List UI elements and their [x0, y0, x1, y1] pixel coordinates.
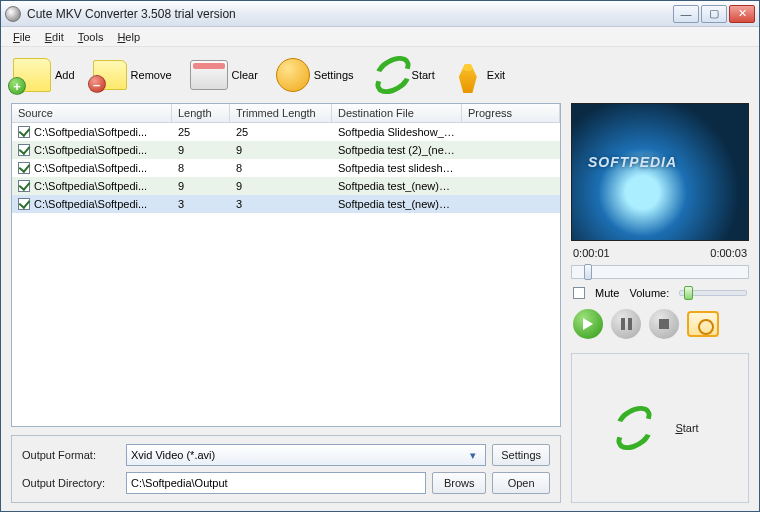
plus-icon: + [8, 77, 26, 95]
mute-label: Mute [595, 287, 619, 299]
col-trimmed[interactable]: Trimmed Length [230, 104, 332, 122]
volume-label: Volume: [629, 287, 669, 299]
cell-source: C:\Softpedia\Softpedi... [34, 144, 147, 156]
cell-trimmed: 3 [230, 197, 332, 211]
pause-icon [621, 318, 632, 330]
format-value: Xvid Video (*.avi) [131, 449, 215, 461]
play-button[interactable] [573, 309, 603, 339]
cell-dest: Softpedia Slideshow_(n... [332, 125, 462, 139]
chevron-down-icon: ▾ [465, 447, 481, 463]
add-label: Add [55, 69, 75, 81]
format-combo[interactable]: Xvid Video (*.avi) ▾ [126, 444, 486, 466]
volume-thumb[interactable] [684, 286, 693, 300]
cell-trimmed: 25 [230, 125, 332, 139]
stop-button[interactable] [649, 309, 679, 339]
cell-dest: Softpedia test_(new)_ip... [332, 197, 462, 211]
cell-length: 8 [172, 161, 230, 175]
pause-button[interactable] [611, 309, 641, 339]
refresh-icon [613, 408, 657, 448]
toolbar: + Add – Remove Clear Settings Start Exit [1, 47, 759, 103]
close-button[interactable]: ✕ [729, 5, 755, 23]
col-length[interactable]: Length [172, 104, 230, 122]
cell-trimmed: 9 [230, 143, 332, 157]
video-preview[interactable]: SOFTPEDIA [571, 103, 749, 241]
maximize-button[interactable]: ▢ [701, 5, 727, 23]
exit-label: Exit [487, 69, 505, 81]
seek-slider[interactable] [571, 265, 749, 279]
cell-length: 9 [172, 179, 230, 193]
menu-edit[interactable]: Edit [39, 29, 70, 45]
minimize-button[interactable]: — [673, 5, 699, 23]
open-button[interactable]: Open [492, 472, 550, 494]
col-dest[interactable]: Destination File [332, 104, 462, 122]
settings-button[interactable]: Settings [276, 58, 354, 92]
refresh-icon [372, 58, 408, 92]
col-progress[interactable]: Progress [462, 104, 560, 122]
menu-file[interactable]: File [7, 29, 37, 45]
cell-source: C:\Softpedia\Softpedi... [34, 180, 147, 192]
stop-icon [659, 319, 669, 329]
start-panel: Start [571, 353, 749, 503]
remove-label: Remove [131, 69, 172, 81]
app-window: Cute MKV Converter 3.508 trial version —… [0, 0, 760, 512]
cell-length: 3 [172, 197, 230, 211]
settings-label: Settings [314, 69, 354, 81]
output-settings-button[interactable]: Settings [492, 444, 550, 466]
mute-checkbox[interactable] [573, 287, 585, 299]
table-row[interactable]: C:\Softpedia\Softpedi...33Softpedia test… [12, 195, 560, 213]
snapshot-button[interactable] [687, 311, 719, 337]
volume-slider[interactable] [679, 290, 747, 296]
menu-help[interactable]: Help [111, 29, 146, 45]
file-list[interactable]: Source Length Trimmed Length Destination… [11, 103, 561, 427]
titlebar[interactable]: Cute MKV Converter 3.508 trial version —… [1, 1, 759, 27]
note-icon: – [93, 60, 127, 90]
cell-source: C:\Softpedia\Softpedi... [34, 198, 147, 210]
exit-icon [453, 57, 483, 93]
time-total: 0:00:03 [710, 247, 747, 259]
minus-icon: – [88, 75, 106, 93]
add-button[interactable]: + Add [13, 58, 75, 92]
app-icon [5, 6, 21, 22]
menubar: File Edit Tools Help [1, 27, 759, 47]
row-checkbox[interactable] [18, 126, 30, 138]
cell-trimmed: 9 [230, 179, 332, 193]
remove-button[interactable]: – Remove [93, 60, 172, 90]
clear-icon [190, 60, 228, 90]
list-header: Source Length Trimmed Length Destination… [12, 104, 560, 123]
row-checkbox[interactable] [18, 162, 30, 174]
row-checkbox[interactable] [18, 198, 30, 210]
table-row[interactable]: C:\Softpedia\Softpedi...99Softpedia test… [12, 177, 560, 195]
clear-label: Clear [232, 69, 258, 81]
start-label: Start [412, 69, 435, 81]
table-row[interactable]: C:\Softpedia\Softpedi...2525Softpedia Sl… [12, 123, 560, 141]
note-icon: + [13, 58, 51, 92]
cell-source: C:\Softpedia\Softpedi... [34, 126, 147, 138]
cell-source: C:\Softpedia\Softpedi... [34, 162, 147, 174]
cell-dest: Softpedia test slidesho... [332, 161, 462, 175]
cell-length: 25 [172, 125, 230, 139]
clear-button[interactable]: Clear [190, 60, 258, 90]
start-conversion-button[interactable]: Start [667, 417, 706, 439]
seek-thumb[interactable] [584, 264, 592, 280]
dir-input[interactable]: C:\Softpedia\Output [126, 472, 426, 494]
cell-dest: Softpedia test (2)_(new... [332, 143, 462, 157]
cell-trimmed: 8 [230, 161, 332, 175]
table-row[interactable]: C:\Softpedia\Softpedi...88Softpedia test… [12, 159, 560, 177]
table-row[interactable]: C:\Softpedia\Softpedi...99Softpedia test… [12, 141, 560, 159]
gear-icon [276, 58, 310, 92]
row-checkbox[interactable] [18, 180, 30, 192]
browse-button[interactable]: Brows [432, 472, 486, 494]
watermark: SOFTPEDIA [588, 154, 677, 170]
col-source[interactable]: Source [12, 104, 172, 122]
window-title: Cute MKV Converter 3.508 trial version [27, 7, 673, 21]
row-checkbox[interactable] [18, 144, 30, 156]
play-icon [583, 318, 593, 330]
start-button[interactable]: Start [372, 58, 435, 92]
cell-dest: Softpedia test_(new)_ip... [332, 179, 462, 193]
format-label: Output Format: [22, 449, 120, 461]
output-panel: Output Format: Xvid Video (*.avi) ▾ Sett… [11, 435, 561, 503]
menu-tools[interactable]: Tools [72, 29, 110, 45]
time-current: 0:00:01 [573, 247, 610, 259]
cell-length: 9 [172, 143, 230, 157]
exit-button[interactable]: Exit [453, 57, 505, 93]
